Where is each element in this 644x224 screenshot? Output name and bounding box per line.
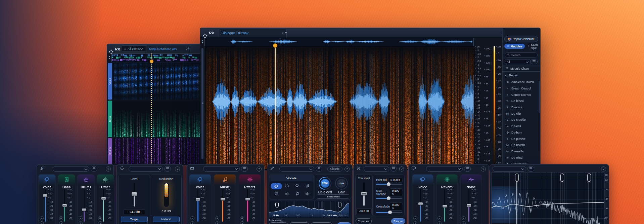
module-list-scrollbar[interactable] (538, 80, 540, 151)
overview-zoom-control[interactable] (107, 53, 111, 62)
mute-button[interactable]: M (98, 216, 102, 220)
preset-menu-button[interactable] (316, 166, 322, 172)
preset-menu-button[interactable] (464, 166, 471, 172)
add-tab-button[interactable]: + (285, 30, 287, 35)
compare-button[interactable]: Compare (356, 218, 372, 224)
overview-zoom-control[interactable] (200, 38, 204, 45)
tab-stem-split[interactable]: Stem Split (527, 43, 538, 50)
de-bleed-spectrum[interactable]: 50 Hz1003001k3k10.0 kHz10kHz (269, 201, 350, 218)
solo-button[interactable]: S (462, 221, 466, 224)
module-item-center-extract[interactable]: ◑Center Extract (503, 91, 539, 98)
preset-dropdown[interactable] (129, 166, 163, 172)
stem-label-bass[interactable]: Bass (108, 101, 112, 137)
solo-button[interactable]: S (413, 221, 417, 224)
waveform-overview-canvas[interactable] (205, 38, 473, 45)
slider-thumb[interactable] (388, 211, 392, 214)
stem-spectrogram-voice[interactable] (113, 63, 200, 100)
fader-thumb[interactable] (443, 205, 447, 208)
classic-mode-button[interactable]: Classic (327, 166, 342, 172)
fader-thumb[interactable] (467, 204, 471, 207)
stems-selector[interactable]: All Stems (122, 45, 147, 52)
threshold-slider-thumb[interactable] (361, 192, 367, 195)
mute-button[interactable]: M (438, 216, 442, 220)
module-filter-select[interactable]: All (505, 59, 530, 64)
source-guitar-button[interactable] (295, 191, 300, 197)
preset-menu-button[interactable] (241, 166, 248, 172)
fader-thumb[interactable] (82, 209, 86, 211)
module-menu-button[interactable] (530, 59, 538, 64)
spectrogram-canvas[interactable] (205, 46, 474, 169)
module-item-ambience-match[interactable]: ⊕Ambience Match (503, 79, 539, 85)
invert-bleed-button[interactable]: Invert bleed (317, 194, 349, 199)
render-button[interactable]: Render (391, 218, 405, 224)
mute-button[interactable]: M (190, 216, 194, 220)
module-item-de-rustle[interactable]: ✄De-rustle (503, 148, 539, 155)
fader-thumb[interactable] (43, 194, 47, 197)
module-item-de-hum[interactable]: ⊘De-hum (503, 129, 539, 136)
module-item-de-click[interactable]: ✳De-click (503, 104, 539, 111)
module-item-de-plosive[interactable]: ◖De-plosive (503, 136, 539, 142)
threshold-value[interactable]: -30.0 dB (356, 209, 372, 214)
main-playhead-marker[interactable] (273, 43, 277, 48)
fader-thumb[interactable] (101, 197, 106, 200)
slider-value[interactable]: 0.050 s (388, 178, 402, 182)
gated-button[interactable]: Gated (153, 222, 180, 224)
help-button[interactable]: ? (399, 166, 404, 172)
help-button[interactable]: ? (344, 166, 350, 172)
search-input[interactable]: Search (505, 52, 538, 58)
tab-music-rebalance[interactable]: Music Rebalance.wav × (146, 45, 190, 53)
tab-modules[interactable]: Modules (504, 44, 525, 49)
solo-button[interactable]: S (59, 221, 63, 224)
solo-button[interactable]: S (190, 221, 194, 224)
mute-button[interactable]: M (240, 216, 244, 220)
waveform-overview[interactable] (204, 38, 474, 46)
source-percussion-button[interactable] (285, 191, 289, 197)
stems-overview[interactable] (111, 53, 200, 62)
fader-thumb[interactable] (245, 198, 250, 200)
analyzer-node-handle-3[interactable] (587, 174, 591, 182)
source-vocals-button[interactable] (271, 183, 282, 189)
preset-dropdown[interactable] (426, 166, 463, 172)
analyzer-node-handle-2[interactable] (560, 174, 564, 182)
preset-menu-button[interactable] (164, 166, 171, 172)
preset-dropdown[interactable] (493, 166, 526, 172)
preset-dropdown[interactable] (279, 166, 314, 172)
slider-track[interactable] (376, 212, 402, 213)
source-headset-button[interactable] (295, 183, 300, 189)
preset-menu-button[interactable] (527, 166, 534, 172)
slider-track[interactable] (376, 198, 402, 199)
fader-thumb[interactable] (196, 198, 200, 201)
module-item-de-reverb[interactable]: ◎De-reverb (503, 142, 539, 148)
mute-button[interactable]: M (462, 216, 466, 220)
module-chain-item[interactable]: Module Chain (503, 66, 540, 72)
level-value[interactable]: -24.0 dB (124, 209, 145, 215)
preview-button-bottom[interactable] (311, 222, 332, 224)
source-cymbal-button[interactable] (274, 191, 279, 197)
slider-track[interactable] (376, 184, 402, 185)
de-bleed-knob[interactable]: 25% (321, 179, 329, 188)
source-drums-button[interactable] (285, 183, 289, 189)
bypass-button-bottom[interactable] (289, 222, 310, 224)
solo-button[interactable]: S (240, 221, 244, 224)
preset-menu-button[interactable] (390, 166, 397, 172)
slider-value[interactable]: 0.200 s (390, 202, 402, 211)
stems-overview-canvas[interactable] (112, 54, 199, 61)
left-playhead-marker[interactable] (150, 60, 153, 63)
help-button[interactable]: ? (106, 166, 111, 172)
solo-button[interactable]: S (438, 221, 442, 224)
target-button[interactable]: Target (121, 217, 148, 222)
stem-label-drums[interactable]: Drums (108, 138, 112, 164)
module-item-de-ess[interactable]: ∿De-ess (503, 123, 539, 129)
mute-button[interactable]: M (215, 216, 219, 220)
mute-button[interactable]: M (40, 216, 44, 220)
solo-button[interactable]: S (40, 221, 44, 224)
repair-assistant-button[interactable]: Repair Assistant (504, 36, 538, 42)
analyzer-node-handle-1[interactable] (515, 174, 519, 182)
help-button[interactable]: ? (601, 166, 606, 172)
module-item-de-crackle[interactable]: ↯De-crackle (503, 117, 539, 123)
preset-menu-button[interactable] (91, 166, 97, 172)
source-piano-button[interactable] (305, 191, 310, 197)
slider-value[interactable]: 0.600 s (390, 188, 402, 196)
gain-button[interactable]: Gain (121, 222, 148, 224)
solo-button[interactable]: S (98, 221, 102, 224)
